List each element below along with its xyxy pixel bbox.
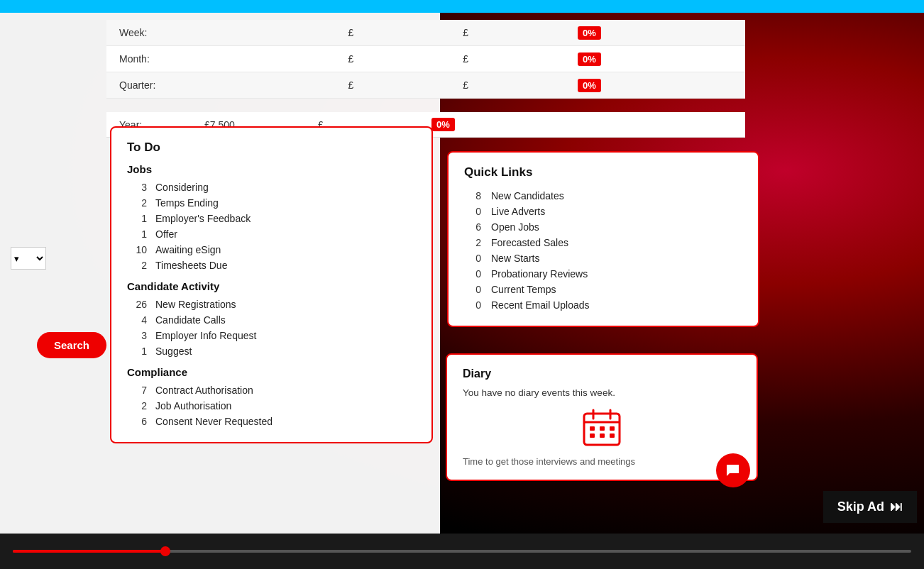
sales-table: Week: £ £ 0% Month: £ £ 0% Quarter: £ £ …: [106, 20, 745, 99]
month-label: Month:: [106, 46, 336, 72]
item-label: Open Jobs: [491, 221, 539, 233]
list-item[interactable]: 0 Recent Email Uploads: [464, 297, 742, 313]
list-item: 2 Job Authorisation: [127, 398, 416, 414]
item-label: Temps Ending: [155, 197, 219, 209]
month-badge: 0%: [578, 53, 601, 66]
list-item: 7 Contract Authorisation: [127, 382, 416, 398]
filter-dropdown[interactable]: ▾: [11, 247, 46, 270]
item-label: Employer's Feedback: [155, 213, 251, 224]
quicklinks-title: Quick Links: [464, 165, 742, 179]
skip-ad-label: Skip Ad: [837, 499, 884, 514]
chat-icon: [725, 462, 742, 479]
item-count: 6: [127, 416, 147, 427]
progress-scrubber[interactable]: [160, 546, 170, 556]
item-count: 1: [127, 213, 147, 224]
svg-rect-4: [590, 426, 595, 431]
svg-rect-6: [610, 426, 615, 431]
item-label: Contract Authorisation: [155, 385, 253, 396]
list-item: 2 Temps Ending: [127, 195, 416, 211]
list-item[interactable]: 6 Open Jobs: [464, 219, 742, 235]
diary-title: Diary: [463, 368, 741, 380]
list-item: 1 Employer's Feedback: [127, 211, 416, 226]
item-label: New Registrations: [155, 299, 236, 310]
item-count: 0: [464, 253, 481, 264]
diary-empty-message: You have no diary events this week.: [463, 387, 741, 398]
item-count: 2: [127, 400, 147, 411]
table-row: Week: £ £ 0%: [106, 20, 745, 46]
item-label: Considering: [155, 182, 209, 193]
list-item: 1 Suggest: [127, 343, 416, 359]
list-item: 4 Candidate Calls: [127, 312, 416, 328]
skip-ad-button[interactable]: Skip Ad ⏭: [823, 491, 917, 523]
list-item[interactable]: 0 Probationary Reviews: [464, 266, 742, 282]
list-item[interactable]: 0 Live Adverts: [464, 204, 742, 219]
item-count: 0: [464, 299, 481, 311]
list-item[interactable]: 0 Current Temps: [464, 282, 742, 297]
list-item: 10 Awaiting eSign: [127, 242, 416, 258]
progress-bar[interactable]: [13, 550, 911, 553]
item-count: 1: [127, 228, 147, 240]
item-label: Job Authorisation: [155, 400, 231, 411]
item-count: 26: [127, 299, 147, 310]
item-count: 1: [127, 346, 147, 357]
quarter-val1: £: [336, 72, 451, 99]
item-label: Consent Never Requested: [155, 416, 273, 427]
svg-rect-8: [600, 433, 605, 438]
list-item: 6 Consent Never Requested: [127, 414, 416, 429]
list-item: 26 New Registrations: [127, 297, 416, 312]
table-row: Quarter: £ £ 0%: [106, 72, 745, 99]
item-count: 7: [127, 385, 147, 396]
item-count: 4: [127, 314, 147, 326]
chat-button[interactable]: [716, 453, 750, 487]
item-count: 3: [127, 330, 147, 341]
item-label: Forecasted Sales: [491, 237, 568, 248]
month-val1: £: [336, 46, 451, 72]
list-item[interactable]: 8 New Candidates: [464, 188, 742, 204]
week-val2: £: [450, 20, 565, 46]
skip-forward-icon: ⏭: [890, 499, 903, 514]
item-count: 0: [464, 206, 481, 217]
diary-footer-text: Time to get those interviews and meeting…: [463, 456, 741, 467]
list-item[interactable]: 2 Forecasted Sales: [464, 235, 742, 250]
search-button[interactable]: Search: [37, 332, 106, 358]
svg-rect-5: [600, 426, 605, 431]
list-item: 2 Timesheets Due: [127, 258, 416, 273]
item-label: Employer Info Request: [155, 330, 256, 341]
item-count: 2: [127, 197, 147, 209]
week-label: Week:: [106, 20, 336, 46]
content-area: Week: £ £ 0% Month: £ £ 0% Quarter: £ £ …: [0, 13, 924, 534]
item-count: 10: [127, 244, 147, 255]
quarter-label: Quarter:: [106, 72, 336, 99]
quarter-badge: 0%: [578, 79, 601, 92]
item-label: New Candidates: [491, 190, 564, 201]
todo-title: To Do: [127, 140, 416, 155]
jobs-header: Jobs: [127, 163, 416, 175]
item-label: Awaiting eSign: [155, 244, 221, 255]
svg-rect-7: [590, 433, 595, 438]
candidate-activity-header: Candidate Activity: [127, 280, 416, 292]
video-controls-bar: [0, 534, 924, 569]
item-count: 0: [464, 284, 481, 295]
item-count: 0: [464, 268, 481, 280]
item-label: Current Temps: [491, 284, 556, 295]
quicklinks-panel: Quick Links 8 New Candidates 0 Live Adve…: [447, 151, 759, 327]
item-label: Recent Email Uploads: [491, 299, 590, 311]
item-count: 6: [464, 221, 481, 233]
list-item: 1 Offer: [127, 226, 416, 242]
item-label: Timesheets Due: [155, 260, 227, 271]
week-val1: £: [336, 20, 451, 46]
top-border-bar: [0, 0, 924, 13]
item-count: 2: [127, 260, 147, 271]
list-item: 3 Employer Info Request: [127, 328, 416, 343]
table-row: Month: £ £ 0%: [106, 46, 745, 72]
item-label: Candidate Calls: [155, 314, 226, 326]
todo-panel: To Do Jobs 3 Considering 2 Temps Ending …: [110, 126, 433, 443]
diary-panel: Diary You have no diary events this week…: [446, 353, 758, 481]
week-badge: 0%: [578, 26, 601, 40]
list-item[interactable]: 0 New Starts: [464, 250, 742, 266]
item-count: 2: [464, 237, 481, 248]
item-count: 8: [464, 190, 481, 201]
item-label: Suggest: [155, 346, 192, 357]
item-count: 3: [127, 182, 147, 193]
item-label: Probationary Reviews: [491, 268, 588, 280]
